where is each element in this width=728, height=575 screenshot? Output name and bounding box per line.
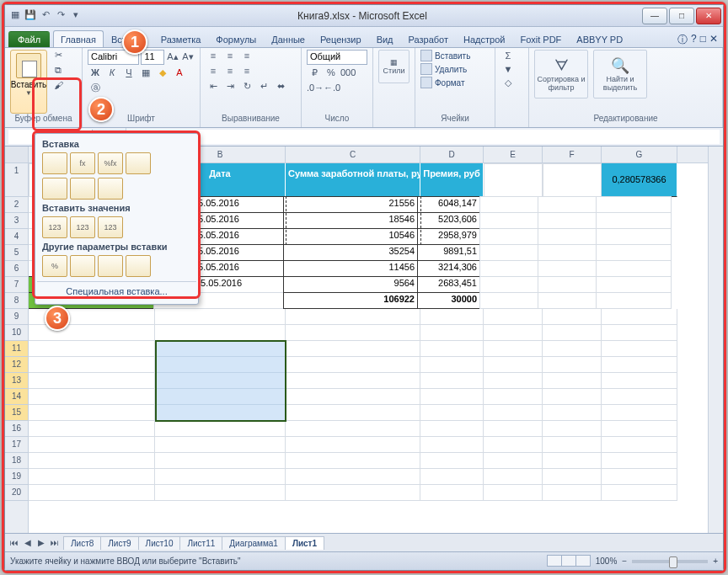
cell[interactable] <box>286 341 420 357</box>
comma-icon[interactable]: 000 <box>340 67 356 80</box>
cell[interactable] <box>286 373 420 389</box>
cell[interactable] <box>29 469 155 485</box>
row-header[interactable]: 7 <box>5 277 28 293</box>
sheet-tab[interactable]: Диаграмма1 <box>222 536 286 550</box>
zoom-level[interactable]: 100% <box>596 556 618 566</box>
sheet-tab[interactable]: Лист1 <box>285 536 324 550</box>
cell[interactable] <box>420 437 484 453</box>
tab-foxit[interactable]: Foxit PDF <box>512 30 569 47</box>
cell[interactable] <box>155 309 286 325</box>
paste-formulas-format-icon[interactable]: %fx <box>98 152 123 174</box>
row-header[interactable]: 15 <box>5 405 28 421</box>
zoom-in-icon[interactable]: + <box>713 556 718 566</box>
row-header[interactable]: 9 <box>5 309 28 325</box>
tab-formulas[interactable]: Формулы <box>208 30 264 47</box>
column-header[interactable]: G <box>602 146 677 162</box>
cell[interactable] <box>155 469 286 485</box>
cell[interactable] <box>286 453 420 469</box>
paste-keep-source-icon[interactable] <box>126 152 151 174</box>
row-header[interactable]: 20 <box>5 485 28 501</box>
cell[interactable]: 18546 <box>283 212 418 229</box>
cell[interactable] <box>420 325 484 341</box>
tab-review[interactable]: Рецензир <box>313 30 369 47</box>
cell[interactable] <box>543 357 602 373</box>
close-button[interactable]: ✕ <box>696 8 721 24</box>
tab-addins[interactable]: Надстрой <box>456 30 512 47</box>
cell[interactable] <box>596 228 672 245</box>
cell[interactable] <box>286 421 420 437</box>
row-header[interactable]: 10 <box>5 325 28 341</box>
cell[interactable] <box>602 437 677 453</box>
help-icon[interactable]: ? <box>691 33 697 47</box>
merge-icon[interactable]: ⬌ <box>273 80 288 93</box>
paste-button[interactable]: Вставить ▼ <box>10 50 47 114</box>
sheet-tab[interactable]: Лист9 <box>100 536 138 550</box>
cell[interactable] <box>155 405 286 421</box>
styles-button[interactable]: ▦ Стили <box>378 50 410 83</box>
row-header[interactable]: 6 <box>5 261 28 277</box>
tab-file[interactable]: Файл <box>8 31 50 47</box>
row-header[interactable]: 11 <box>5 341 28 357</box>
cell[interactable] <box>484 309 543 325</box>
cell[interactable] <box>484 453 543 469</box>
paste-keep-width-icon[interactable] <box>70 178 95 200</box>
cell[interactable]: 35254 <box>283 244 418 261</box>
cell[interactable] <box>602 357 677 373</box>
sheet-nav-next-icon[interactable]: ▶ <box>35 538 47 547</box>
cell[interactable] <box>29 405 155 421</box>
font-name-select[interactable]: Calibri <box>88 50 139 65</box>
underline-button[interactable]: Ч <box>121 67 136 80</box>
cell[interactable] <box>596 292 672 309</box>
align-bottom-icon[interactable]: ≡ <box>239 50 254 63</box>
row-header[interactable]: 18 <box>5 453 28 469</box>
cell[interactable] <box>155 357 286 373</box>
cell[interactable]: 0,280578366 <box>602 163 677 197</box>
cell[interactable] <box>484 469 543 485</box>
paste-values-source-format-icon[interactable]: 123 <box>98 216 123 238</box>
cell[interactable] <box>543 341 602 357</box>
cell[interactable] <box>155 421 286 437</box>
column-header[interactable]: C <box>286 146 420 162</box>
italic-button[interactable]: К <box>104 67 120 80</box>
cell[interactable]: Премия, руб <box>420 163 484 197</box>
number-format-select[interactable]: Общий <box>307 50 367 65</box>
cell[interactable] <box>484 341 543 357</box>
row-header[interactable]: 16 <box>5 421 28 437</box>
cell[interactable] <box>484 357 543 373</box>
cell[interactable] <box>538 260 597 277</box>
cell[interactable]: 10546 <box>283 228 418 245</box>
doc-close-icon[interactable]: ✕ <box>709 33 718 47</box>
maximize-button[interactable]: □ <box>669 8 694 24</box>
cell[interactable] <box>29 341 155 357</box>
cell[interactable]: 9564 <box>283 276 418 293</box>
decrease-decimal-icon[interactable]: ←.0 <box>324 82 339 95</box>
cell[interactable] <box>286 389 420 405</box>
cell[interactable] <box>479 292 538 309</box>
cell[interactable] <box>602 485 677 501</box>
minimize-button[interactable]: — <box>642 8 667 24</box>
tab-data[interactable]: Данные <box>264 30 313 47</box>
fill-color-button[interactable]: ◆ <box>155 67 170 80</box>
phonetic-icon[interactable]: ⓐ <box>88 82 103 95</box>
paste-dropdown-icon[interactable]: ▼ <box>25 89 32 97</box>
row-header[interactable]: 3 <box>5 213 28 229</box>
cell[interactable] <box>420 421 484 437</box>
cell[interactable] <box>484 325 543 341</box>
cell[interactable] <box>286 357 420 373</box>
cell[interactable] <box>286 325 420 341</box>
cell[interactable] <box>479 228 538 245</box>
cell[interactable]: 2683,451 <box>417 276 480 293</box>
orientation-icon[interactable]: ↻ <box>239 80 254 93</box>
cell[interactable] <box>29 421 155 437</box>
cell[interactable] <box>155 373 286 389</box>
view-buttons[interactable] <box>548 555 591 568</box>
cell[interactable] <box>543 469 602 485</box>
cell[interactable] <box>602 309 677 325</box>
autosum-icon[interactable]: Σ <box>500 50 516 63</box>
cell[interactable] <box>420 357 484 373</box>
border-button[interactable]: ▦ <box>138 67 153 80</box>
row-header[interactable]: 4 <box>5 229 28 245</box>
paste-no-borders-icon[interactable] <box>42 178 67 200</box>
cell[interactable]: Сумма заработной платы, руб. <box>286 163 420 197</box>
cell[interactable] <box>155 341 286 357</box>
